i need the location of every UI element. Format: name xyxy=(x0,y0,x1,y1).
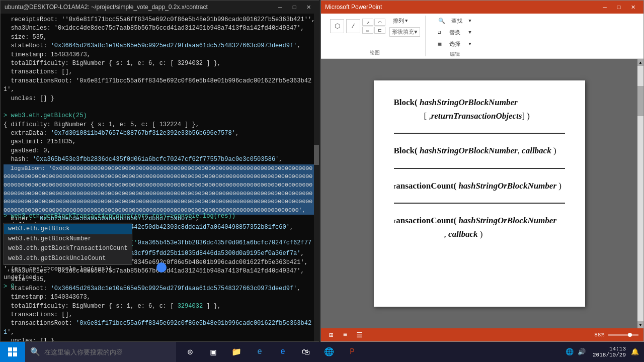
term-line: sha3Uncles: '0x1dcc4de8dec75d7aab85b567b… xyxy=(4,24,316,33)
ppt-scroll-up-button[interactable]: ▲ xyxy=(637,59,643,66)
ribbon-edit-group: 🔍查找▼ ⇄替换▼ ▦选择▼ 编辑 xyxy=(430,16,480,56)
ppt-scrollbar-track xyxy=(637,66,643,321)
autocomplete-item[interactable]: web3.eth.getBlockUncleCount xyxy=(4,254,132,263)
ppt-title: Microsoft PowerPoint xyxy=(325,4,382,11)
term-line-result: > 0 xyxy=(4,283,314,291)
slide-divider xyxy=(394,133,565,134)
term-line: totalDifficulty: BigNumber { s: 1, e: 6,… xyxy=(4,59,316,68)
ppt-titlebar: Microsoft PowerPoint ─ □ ✕ xyxy=(321,1,643,14)
taskbar-app-icons: ⊙ ▣ 📁 e e 🛍 🌐 P xyxy=(176,342,366,362)
ppt-ribbon: ⬡ / ↗ ⌒ ✏ ⊏ 排列▼ xyxy=(321,14,643,59)
ribbon-shapes-button[interactable]: ⬡ xyxy=(330,19,344,33)
ribbon-replace-button[interactable]: ⇄替换▼ xyxy=(435,27,475,38)
term-line: uncles: [] } xyxy=(4,95,316,103)
ppt-zoom-slider[interactable] xyxy=(608,334,638,336)
taskbar-edge-icon[interactable]: e xyxy=(250,342,270,362)
clock-date: 2018/10/29 xyxy=(593,352,626,358)
ppt-status-left: ⊞ ≡ ☰ xyxy=(326,330,364,340)
taskbar: 🔍 ⊙ ▣ 📁 e e 🛍 🌐 P 🌐 🔊 14:13 2018/10/29 🔔 xyxy=(0,342,644,362)
ppt-status-right: 88% xyxy=(594,332,638,338)
taskbar-search-input[interactable] xyxy=(44,348,165,356)
taskbar-powerpoint-icon[interactable]: P xyxy=(342,342,362,362)
autocomplete-popup[interactable]: web3.eth.getBlock web3.eth.getBlockNumbe… xyxy=(4,223,132,265)
slide-divider-2 xyxy=(394,168,565,169)
system-tray-icons: 🌐 🔊 xyxy=(566,348,586,356)
start-button[interactable] xyxy=(0,342,25,362)
ribbon-freeform-button[interactable]: ✏ xyxy=(362,27,373,34)
autocomplete-item[interactable]: web3.eth.getBlock xyxy=(4,224,132,234)
notification-icon: 🔔 xyxy=(631,348,639,356)
term-line: timestamp: 1540343673, xyxy=(4,293,316,302)
term-line: uncles: [] } xyxy=(4,337,316,341)
ppt-scrollbar[interactable]: ▲ ▼ xyxy=(637,59,643,328)
ppt-close-button[interactable]: ✕ xyxy=(626,2,639,12)
taskbar-chrome-icon[interactable]: 🌐 xyxy=(319,342,339,362)
term-line-prompt: > web3.eth.getBlock(25) xyxy=(4,112,316,120)
autocomplete-item[interactable]: web3.eth.getBlockNumber xyxy=(4,234,132,244)
taskbar-cortana-icon[interactable]: ⊙ xyxy=(180,342,200,362)
term-line: ',(err,res)=>console.log(res)) xyxy=(4,265,314,274)
ppt-slide-area: Block( hashStringOrBlockNumber [ ,return… xyxy=(321,59,637,328)
ppt-minimize-button[interactable]: ─ xyxy=(598,2,611,12)
svg-rect-0 xyxy=(8,347,12,351)
terminal-window-controls: ─ □ ✕ xyxy=(274,2,315,12)
ribbon-shape-fill-button[interactable]: 形状填充▼ xyxy=(389,27,420,37)
svg-rect-3 xyxy=(13,352,17,356)
slide-method-1: Block( hashStringOrBlockNumber [ ,return… xyxy=(394,96,565,123)
ribbon-connector-button[interactable]: ⊏ xyxy=(374,27,385,34)
ppt-zoom-level: 88% xyxy=(594,332,604,338)
ppt-zoom-thumb xyxy=(628,333,632,337)
term-line: { difficulty: BigNumber { s: 1, e: 5, c:… xyxy=(4,121,316,129)
autocomplete-item[interactable]: web3.eth.getBlockTransactionCount xyxy=(4,244,132,253)
ribbon-curve-button[interactable]: ⌒ xyxy=(374,19,385,26)
terminal-close-button[interactable]: ✕ xyxy=(302,2,315,12)
terminal-maximize-button[interactable]: □ xyxy=(288,2,301,12)
term-line: size: 535, xyxy=(4,33,316,42)
ribbon-lines-button[interactable]: / xyxy=(346,19,360,33)
term-line-prompt: > web3.eth.getBlockTransactionCount((err… xyxy=(4,212,314,221)
term-line: transactions: [], xyxy=(4,68,316,76)
taskbar-store-icon[interactable]: 🛍 xyxy=(296,342,316,362)
terminal-body[interactable]: receiptsRoot: ''0x6e81f171bcc55a6ff8345e… xyxy=(1,14,319,341)
time-date-display: 14:13 2018/10/29 xyxy=(593,346,626,358)
ribbon-arrow-button[interactable]: ↗ xyxy=(362,19,373,26)
ppt-restore-button[interactable]: □ xyxy=(612,2,625,12)
term-line: timestamp: 1540343673, xyxy=(4,51,316,59)
taskbar-system-tray: 🌐 🔊 14:13 2018/10/29 🔔 xyxy=(560,346,644,358)
windows-logo-icon xyxy=(8,347,17,356)
clock-time: 14:13 xyxy=(609,346,626,352)
terminal-scrollbar-thumb[interactable] xyxy=(314,145,319,165)
slide-divider-3 xyxy=(394,203,565,204)
taskbar-search-box[interactable]: 🔍 xyxy=(25,342,176,362)
ribbon-draw-group: ⬡ / ↗ ⌒ ✏ ⊏ 排列▼ xyxy=(325,16,426,56)
term-line xyxy=(4,103,316,112)
ribbon-select-button[interactable]: ▦选择▼ xyxy=(435,39,475,49)
terminal-minimize-button[interactable]: ─ xyxy=(274,2,287,12)
search-icon: 🔍 xyxy=(30,347,40,357)
ppt-scrollbar-thumb[interactable] xyxy=(637,86,643,116)
taskbar-file-explorer-icon[interactable]: 📁 xyxy=(226,342,247,362)
term-line: receiptsRoot: ''0x6e81f171bcc55a6ff8345e… xyxy=(4,16,316,24)
powerpoint-window: Microsoft PowerPoint ─ □ ✕ ⬡ / ↗ ⌒ ✏ xyxy=(320,0,644,342)
term-line-selected: logsBloom: '0x00000000000000000000000000… xyxy=(4,164,316,215)
ppt-slide: Block( hashStringOrBlockNumber [ ,return… xyxy=(374,80,585,307)
ribbon-arrange-button[interactable]: 排列▼ xyxy=(389,16,420,26)
ppt-window-controls: ─ □ ✕ xyxy=(598,2,639,12)
ribbon-edit-label: 编辑 xyxy=(450,51,460,58)
term-line: totalDifficulty: BigNumber { s: 1, e: 6,… xyxy=(4,302,316,311)
ppt-status-icon-3: ☰ xyxy=(354,330,364,340)
term-line: extraData: '0x7d3010811b4b76574b88767bf3… xyxy=(4,129,316,138)
ppt-status-icon-2: ≡ xyxy=(340,330,350,340)
taskbar-task-view-icon[interactable]: ▣ xyxy=(203,342,223,362)
taskbar-ie-icon[interactable]: e xyxy=(273,342,293,362)
ppt-scroll-down-button[interactable]: ▼ xyxy=(637,321,643,328)
svg-rect-1 xyxy=(13,347,17,351)
network-icon: 🌐 xyxy=(566,348,574,356)
ribbon-find-button[interactable]: 🔍查找▼ xyxy=(435,16,475,26)
terminal-titlebar: ubuntu@DESKTOP-LO1AMA2: ~/project/simple… xyxy=(1,1,319,14)
term-line: gasLimit: 2151835, xyxy=(4,138,316,146)
terminal-title: ubuntu@DESKTOP-LO1AMA2: ~/project/simple… xyxy=(5,4,208,11)
terminal-scrollbar[interactable] xyxy=(314,14,319,341)
ppt-statusbar: ⊞ ≡ ☰ 88% xyxy=(321,328,643,341)
slide-method-3: ransactionCount( hashStringOrBlockNumber… xyxy=(394,179,565,193)
